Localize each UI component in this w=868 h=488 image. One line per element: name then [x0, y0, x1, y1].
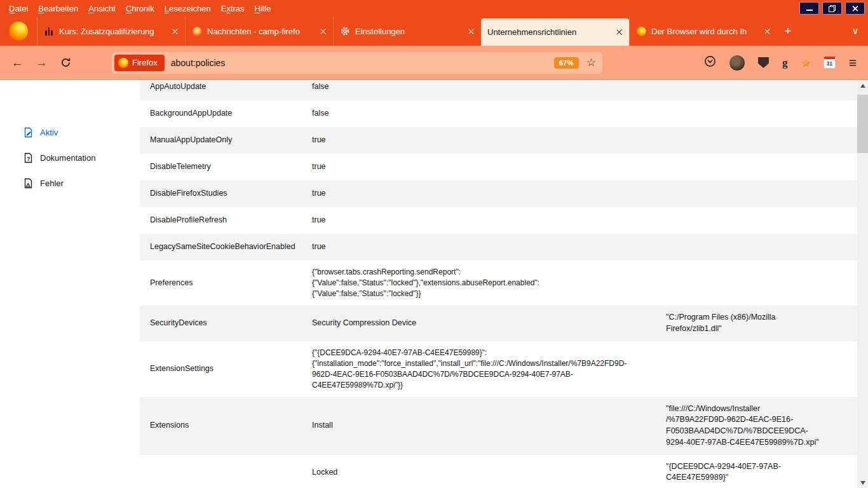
- sidebar-item-aktiv[interactable]: Aktiv: [23, 127, 140, 138]
- new-tab-button[interactable]: +: [777, 17, 799, 46]
- toolbar-extension-icons: g ★ 31 ≡: [704, 55, 862, 71]
- tab-close-icon[interactable]: [468, 28, 475, 35]
- policy-extra: [666, 363, 847, 376]
- menu-ansicht[interactable]: Ansicht: [83, 0, 121, 17]
- account-avatar[interactable]: [729, 55, 745, 71]
- close-icon: [851, 5, 858, 12]
- tab-close-icon[interactable]: [172, 28, 179, 35]
- documentation-icon: ?: [23, 152, 34, 163]
- reload-button[interactable]: [55, 52, 76, 74]
- forward-button[interactable]: →: [31, 52, 52, 74]
- zoom-level-badge[interactable]: 67%: [554, 57, 579, 69]
- policy-name: Extensions: [150, 414, 312, 438]
- menu-bar: Datei Bearbeiten Ansicht Chronik Lesezei…: [0, 0, 868, 17]
- menu-extras[interactable]: Extras: [216, 0, 250, 17]
- minimize-icon: [806, 6, 813, 11]
- page-content: Aktiv ? Dokumentation Fehler: [0, 80, 868, 488]
- hamburger-menu-icon[interactable]: ≡: [849, 55, 857, 71]
- close-button[interactable]: [845, 2, 865, 15]
- policy-value: true: [312, 155, 666, 179]
- policy-name: BackgroundAppUpdate: [150, 102, 312, 126]
- tab-unternehmensrichtlinien-active[interactable]: Unternehmensrichtlinien: [481, 18, 629, 46]
- scrollbar-thumb[interactable]: [857, 95, 868, 153]
- errors-icon: [23, 178, 34, 189]
- menu-bearbeiten[interactable]: Bearbeiten: [33, 0, 83, 17]
- policy-row: Preferences {"browser.tabs.crashReportin…: [140, 261, 857, 306]
- firefox-identity-chip[interactable]: Firefox: [114, 55, 165, 71]
- browser-window: Datei Bearbeiten Ansicht Chronik Lesezei…: [0, 0, 868, 488]
- scroll-up-button[interactable]: [857, 80, 868, 91]
- minimize-button[interactable]: [799, 2, 819, 15]
- sidebar-item-label: Fehler: [40, 179, 64, 188]
- policy-row: SecurityDevices Security Compression Dev…: [140, 306, 857, 341]
- restore-icon: [829, 5, 836, 12]
- policy-value: false: [312, 102, 666, 126]
- bookmark-star-icon[interactable]: ☆: [585, 56, 597, 69]
- tab-close-icon[interactable]: [320, 28, 327, 35]
- policy-value: true: [312, 182, 666, 206]
- ublock-shield-icon[interactable]: [758, 57, 769, 68]
- policies-table-area: AppAutoUpdate false BackgroundAppUpdate …: [140, 80, 857, 488]
- tab-close-icon[interactable]: [764, 28, 771, 35]
- reload-icon: [60, 57, 71, 68]
- tab-label: Unternehmensrichtlinien: [487, 27, 611, 37]
- policy-extra: "file:///C:/Windows/Installer /%7B9A22FD…: [666, 397, 847, 455]
- policy-value: false: [312, 80, 666, 99]
- calendar-icon[interactable]: 31: [824, 57, 836, 69]
- scroll-down-button[interactable]: [857, 477, 868, 488]
- sidebar-item-dokumentation[interactable]: ? Dokumentation: [23, 152, 140, 163]
- policies-table: AppAutoUpdate false BackgroundAppUpdate …: [140, 80, 857, 488]
- policy-name: AppAutoUpdate: [150, 80, 312, 99]
- policy-name: Preferences: [150, 271, 312, 295]
- policy-name: LegacySameSiteCookieBehaviorEnabled: [150, 235, 312, 259]
- policy-extra: [666, 214, 847, 227]
- sidebar-item-fehler[interactable]: Fehler: [23, 178, 140, 189]
- policy-name: DisableFirefoxStudies: [150, 182, 312, 206]
- policy-name: DisableProfileRefresh: [150, 208, 312, 233]
- menu-hilfe[interactable]: Hilfe: [250, 0, 276, 17]
- sparkle-star-icon[interactable]: ★: [801, 57, 810, 69]
- sidebar-item-label: Aktiv: [40, 128, 58, 137]
- scroll-up-icon: [860, 84, 865, 88]
- tab-der-browser[interactable]: Der Browser wird durch Ih: [629, 17, 777, 46]
- tab-nachrichten[interactable]: Nachrichten - camp-firefo: [185, 17, 333, 46]
- policy-extra: [666, 161, 847, 173]
- scroll-down-icon: [860, 481, 865, 485]
- policy-extra: [666, 187, 847, 200]
- list-tabs-chevron-icon[interactable]: ∨: [843, 17, 868, 46]
- policy-value: Install: [312, 414, 666, 438]
- menu-lesezeichen[interactable]: Lesezeichen: [159, 0, 216, 17]
- policy-value: true: [312, 128, 666, 152]
- policy-value: {"browser.tabs.crashReporting.sendReport…: [312, 261, 666, 306]
- menu-chronik[interactable]: Chronik: [121, 0, 159, 17]
- policy-value: Security Compression Device: [312, 311, 666, 336]
- policies-sidebar: Aktiv ? Dokumentation Fehler: [0, 80, 140, 488]
- gear-icon: [340, 26, 350, 36]
- policy-name: ManualAppUpdateOnly: [150, 128, 312, 152]
- policy-extra: "C:/Program Files (x86)/Mozilla Firefox/…: [666, 306, 847, 341]
- tab-close-icon[interactable]: [616, 29, 623, 36]
- url-text[interactable]: about:policies: [171, 58, 548, 68]
- restore-button[interactable]: [822, 2, 842, 15]
- policy-row: ManualAppUpdateOnly true: [140, 127, 857, 154]
- firefox-chip-icon: [118, 58, 128, 68]
- window-controls: [799, 2, 868, 15]
- vertical-scrollbar[interactable]: [857, 80, 868, 488]
- policy-name: SecurityDevices: [150, 311, 312, 336]
- policy-value: {"{DCEE9DCA-9294-40E7-97AB-C4EE47E59989}…: [312, 341, 666, 397]
- firefox-chip-label: Firefox: [132, 58, 158, 67]
- tab-bar: Kurs: Zusatzqualifizierung Nachrichten -…: [0, 17, 868, 46]
- google-g-icon[interactable]: g: [782, 57, 788, 69]
- tab-kurs[interactable]: Kurs: Zusatzqualifizierung: [37, 17, 185, 46]
- menu-datei[interactable]: Datei: [4, 0, 33, 17]
- back-button[interactable]: ←: [6, 52, 28, 74]
- tab-label: Einstellungen: [355, 27, 463, 36]
- tab-einstellungen[interactable]: Einstellungen: [333, 17, 481, 46]
- url-bar[interactable]: Firefox about:policies 67% ☆: [112, 52, 602, 74]
- pocket-icon[interactable]: [704, 55, 716, 70]
- firefox-logo[interactable]: [9, 22, 28, 41]
- policy-row: AppAutoUpdate false: [140, 80, 857, 100]
- policy-extra: [666, 81, 847, 93]
- policy-row: DisableProfileRefresh true: [140, 207, 857, 234]
- policy-extra: [666, 241, 847, 254]
